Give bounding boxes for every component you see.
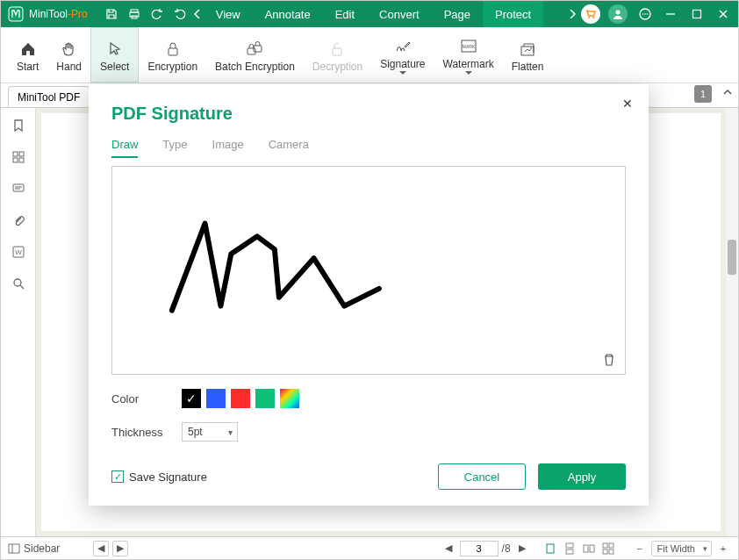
thickness-dropdown[interactable]: 5pt bbox=[182, 422, 238, 442]
zoom-dropdown[interactable]: Fit Width bbox=[651, 541, 712, 556]
svg-text:MARK: MARK bbox=[462, 44, 475, 49]
svg-point-6 bbox=[616, 11, 621, 15]
svg-rect-12 bbox=[693, 11, 701, 18]
document-tab[interactable]: MiniTool PDF bbox=[8, 86, 90, 107]
menu-scroll-right-icon[interactable] bbox=[566, 2, 578, 26]
svg-point-29 bbox=[14, 279, 21, 286]
ribbon-decryption: Decryption bbox=[304, 27, 371, 83]
scrollbar-track[interactable] bbox=[726, 108, 738, 536]
tab-image[interactable]: Image bbox=[212, 138, 244, 158]
dialog-close-icon[interactable]: ✕ bbox=[622, 97, 633, 111]
swatch-red[interactable] bbox=[231, 389, 250, 408]
redo-icon[interactable] bbox=[169, 2, 191, 26]
svg-rect-40 bbox=[603, 549, 607, 554]
cart-icon[interactable] bbox=[581, 4, 600, 24]
tab-draw[interactable]: Draw bbox=[111, 138, 138, 158]
zoom-in-icon[interactable]: + bbox=[715, 541, 731, 556]
minimize-button[interactable] bbox=[657, 1, 684, 27]
next-page-icon[interactable]: ▶ bbox=[112, 541, 128, 556]
sidebar-label[interactable]: Sidebar bbox=[24, 542, 60, 555]
first-page-icon[interactable]: ◀ bbox=[441, 541, 456, 556]
view-facing-continuous-icon[interactable] bbox=[600, 541, 616, 556]
feedback-icon[interactable] bbox=[633, 2, 657, 26]
ribbon-signature[interactable]: Signature bbox=[371, 27, 434, 83]
page-input[interactable] bbox=[460, 541, 499, 556]
ribbon-watermark[interactable]: MARKWatermark bbox=[434, 27, 503, 83]
save-signature-checkbox[interactable]: ✓ Save Signature bbox=[111, 470, 207, 484]
menu-protect[interactable]: Protect bbox=[483, 1, 543, 27]
titlebar-right-icons bbox=[578, 1, 736, 27]
color-row: Color ✓ bbox=[111, 389, 626, 408]
svg-rect-20 bbox=[13, 152, 18, 156]
save-signature-label: Save Signature bbox=[129, 470, 207, 484]
swatch-green[interactable] bbox=[255, 389, 275, 408]
swatch-custom[interactable] bbox=[280, 389, 299, 408]
ribbon-encryption[interactable]: Encryption bbox=[139, 27, 206, 83]
attachments-icon[interactable] bbox=[8, 210, 29, 231]
ribbon-hand[interactable]: Hand bbox=[47, 27, 90, 83]
bookmark-icon[interactable] bbox=[8, 115, 29, 136]
ribbon: Start Hand Select Encryption Batch Encry… bbox=[1, 27, 738, 83]
signature-canvas[interactable] bbox=[111, 166, 626, 375]
user-icon[interactable] bbox=[608, 4, 628, 24]
page-badge: 1 bbox=[694, 85, 712, 103]
view-facing-icon[interactable] bbox=[581, 541, 597, 556]
cursor-icon bbox=[106, 38, 124, 61]
view-continuous-icon[interactable] bbox=[562, 541, 578, 556]
last-page-icon[interactable]: ▶ bbox=[514, 541, 530, 556]
thumbnails-icon[interactable] bbox=[8, 147, 29, 168]
sidebar-toggle-icon[interactable] bbox=[8, 542, 20, 555]
svg-rect-41 bbox=[609, 549, 613, 554]
collapse-ribbon-icon[interactable] bbox=[722, 87, 733, 97]
menu-convert[interactable]: Convert bbox=[367, 1, 432, 27]
signature-icon bbox=[394, 35, 412, 58]
ribbon-select[interactable]: Select bbox=[90, 27, 139, 83]
svg-point-8 bbox=[642, 13, 644, 15]
undo-icon[interactable] bbox=[146, 2, 169, 26]
menu-annotate[interactable]: Annotate bbox=[253, 1, 323, 27]
menu-tabs: View Annotate Edit Convert Page Protect bbox=[204, 1, 566, 27]
search-icon[interactable] bbox=[8, 273, 29, 294]
cancel-button[interactable]: Cancel bbox=[438, 463, 526, 490]
menu-scroll-left-icon[interactable] bbox=[191, 2, 204, 26]
word-export-icon[interactable]: W bbox=[8, 241, 29, 262]
maximize-button[interactable] bbox=[684, 1, 710, 27]
print-icon[interactable] bbox=[123, 2, 146, 26]
svg-rect-34 bbox=[566, 543, 573, 548]
apply-button[interactable]: Apply bbox=[538, 463, 626, 490]
view-single-icon[interactable] bbox=[542, 541, 558, 556]
app-name-main: MiniTool bbox=[29, 8, 68, 20]
tab-type[interactable]: Type bbox=[162, 138, 187, 158]
app-name: MiniTool-Pro bbox=[29, 8, 88, 20]
thickness-row: Thickness 5pt bbox=[111, 422, 626, 442]
svg-text:W: W bbox=[15, 248, 22, 256]
comments-icon[interactable] bbox=[8, 178, 29, 199]
svg-rect-21 bbox=[19, 152, 24, 156]
swatch-black[interactable]: ✓ bbox=[182, 389, 201, 408]
svg-rect-22 bbox=[13, 158, 18, 162]
close-button[interactable] bbox=[710, 1, 736, 27]
scrollbar-thumb[interactable] bbox=[728, 240, 736, 275]
menu-edit[interactable]: Edit bbox=[323, 1, 367, 27]
zoom-out-icon[interactable]: − bbox=[632, 541, 648, 556]
svg-rect-39 bbox=[609, 543, 613, 548]
titlebar: MiniTool-Pro View Annotate Edit Convert … bbox=[1, 1, 738, 27]
tab-camera[interactable]: Camera bbox=[269, 138, 309, 158]
menu-view[interactable]: View bbox=[204, 1, 253, 27]
svg-rect-33 bbox=[547, 544, 554, 553]
menu-page[interactable]: Page bbox=[432, 1, 483, 27]
ribbon-flatten[interactable]: Flatten bbox=[503, 27, 553, 83]
svg-point-5 bbox=[592, 17, 594, 18]
swatch-blue[interactable] bbox=[206, 389, 226, 408]
svg-rect-23 bbox=[19, 158, 24, 162]
clear-signature-icon[interactable] bbox=[602, 353, 616, 367]
ribbon-batch-encryption[interactable]: Batch Encryption bbox=[206, 27, 304, 83]
statusbar: Sidebar ◀ ▶ ◀ /8 ▶ − Fit Width + bbox=[1, 536, 738, 559]
app-window: MiniTool-Pro View Annotate Edit Convert … bbox=[0, 0, 739, 560]
prev-page-icon[interactable]: ◀ bbox=[93, 541, 109, 556]
ribbon-start[interactable]: Start bbox=[8, 27, 47, 83]
save-icon[interactable] bbox=[100, 2, 123, 26]
svg-rect-36 bbox=[584, 545, 588, 552]
home-icon bbox=[19, 38, 37, 61]
svg-rect-38 bbox=[603, 543, 607, 548]
